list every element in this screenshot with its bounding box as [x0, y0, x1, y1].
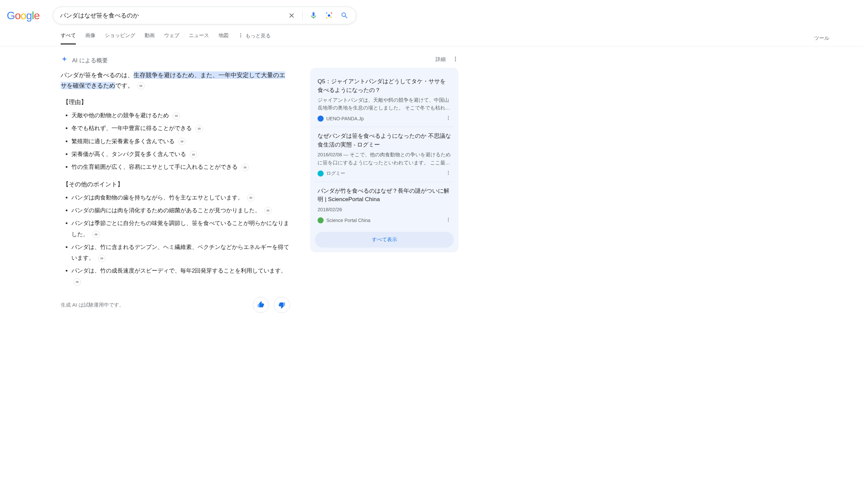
svg-point-3 [240, 35, 241, 36]
svg-point-1 [330, 16, 332, 18]
reference-source: Science Portal China [326, 218, 371, 223]
list-item: 繁殖期に適した栄養素を多く含んでいる [72, 136, 290, 147]
clear-icon[interactable] [287, 11, 296, 20]
search-icon[interactable] [340, 11, 349, 20]
svg-point-7 [455, 60, 456, 61]
svg-point-6 [455, 59, 456, 60]
reference-more-icon[interactable] [446, 115, 451, 122]
more-options-icon[interactable] [452, 56, 459, 63]
reference-more-icon[interactable] [446, 217, 451, 224]
list-item: パンダは肉食動物の歯を持ちながら、竹を主なエサとしています。 [72, 192, 290, 203]
tools-button[interactable]: ツール [814, 35, 829, 41]
more-dots-icon [238, 33, 243, 39]
list-item: パンダは季節ごとに自分たちの味覚を調節し、笹を食べていることが明らかになりました… [72, 218, 290, 240]
tab-web[interactable]: ウェブ [164, 33, 179, 44]
list-item: 天敵や他の動物との競争を避けるため [72, 110, 290, 121]
reference-title: なぜパンダは笹を食べるようになったのか 不思議な食生活の実態 - ログミー [317, 132, 451, 149]
section-reasons-title: 【理由】 [63, 98, 290, 106]
favicon-icon [317, 217, 324, 223]
citation-link-icon[interactable] [264, 207, 272, 214]
list-item: パンダは、竹の成長速度がスピーディで、毎年2回発芽することを利用しています。 [72, 266, 290, 287]
citation-link-icon[interactable] [98, 255, 105, 262]
svg-point-11 [448, 171, 449, 171]
details-link[interactable]: 詳細 [436, 56, 446, 63]
other-points-list: パンダは肉食動物の歯を持ちながら、竹を主なエサとしています。 パンダの腸内には肉… [61, 192, 290, 287]
google-logo[interactable]: Google [7, 10, 39, 22]
svg-point-13 [448, 174, 449, 175]
svg-point-0 [328, 14, 330, 17]
reference-source: ログミー [326, 170, 345, 177]
svg-point-4 [240, 36, 241, 37]
tab-all[interactable]: すべて [61, 33, 76, 44]
mic-icon[interactable] [309, 11, 318, 20]
ai-disclaimer: 生成 AI は試験運用中です。 [61, 302, 124, 308]
citation-link-icon[interactable] [196, 125, 203, 132]
citation-link-icon[interactable] [190, 151, 197, 158]
ai-overview-title: AI による概要 [72, 56, 108, 64]
reasons-list: 天敵や他の動物との競争を避けるため 冬でも枯れず、一年中豊富に得ることができる … [61, 110, 290, 172]
svg-point-8 [448, 116, 449, 117]
divider [302, 11, 303, 20]
svg-point-12 [448, 172, 449, 173]
citation-link-icon[interactable] [74, 278, 81, 286]
tab-more[interactable]: もっと見る [238, 33, 271, 44]
summary-suffix: です。 [115, 82, 134, 89]
list-item: パンダは、竹に含まれるデンプン、ヘミ繊維素、ペクチンなどからエネルギーを得ていま… [72, 242, 290, 264]
tab-news[interactable]: ニュース [189, 33, 209, 44]
search-input[interactable] [60, 12, 287, 19]
tabs-row: すべて 画像 ショッピング 動画 ウェブ ニュース 地図 もっと見る ツール [0, 30, 863, 47]
svg-point-10 [448, 119, 449, 120]
list-item: パンダの腸内には肉を消化するための細菌があることが見つかりました。 [72, 205, 290, 216]
references-panel: Q5：ジャイアントパンダはどうしてタケ・ササを食べるようになったの？ ジャイアン… [310, 68, 459, 252]
reference-card[interactable]: なぜパンダは笹を食べるようになったのか 不思議な食生活の実態 - ログミー 20… [315, 127, 454, 181]
reference-source: UENO-PANDA.Jp [326, 116, 364, 121]
favicon-icon [317, 116, 324, 121]
reference-snippet: 2018/02/26 [317, 206, 451, 214]
citation-link-icon[interactable] [241, 164, 249, 171]
svg-point-16 [448, 221, 449, 221]
search-bar [53, 7, 356, 24]
ai-summary: パンダが笹を食べるのは、生存競争を避けるため、また、一年中安定して大量のエサを確… [61, 70, 290, 91]
summary-prefix: パンダが笹を食べるのは、 [61, 72, 134, 78]
section-other-title: 【その他のポイント】 [63, 180, 290, 188]
citation-link-icon[interactable] [92, 231, 100, 238]
favicon-icon [317, 170, 324, 177]
sparkle-icon [61, 56, 68, 65]
thumbs-down-button[interactable] [274, 297, 290, 313]
lens-icon[interactable] [324, 11, 334, 20]
reference-card[interactable]: パンダが竹を食べるのはなぜ？長年の謎がついに解明 | SciencePortal… [315, 182, 454, 229]
thumbs-up-button[interactable] [253, 297, 269, 313]
reference-snippet: 2016/02/08 — そこで、他の肉食動物との争いを避けるために笹を口にする… [317, 151, 451, 166]
list-item: 竹の生育範囲が広く、容易にエサとして手に入れることができる [72, 162, 290, 172]
tab-shopping[interactable]: ショッピング [105, 33, 135, 44]
tab-images[interactable]: 画像 [85, 33, 96, 44]
reference-card[interactable]: Q5：ジャイアントパンダはどうしてタケ・ササを食べるようになったの？ ジャイアン… [315, 73, 454, 127]
svg-point-9 [448, 118, 449, 118]
list-item: 冬でも枯れず、一年中豊富に得ることができる [72, 123, 290, 134]
svg-point-14 [448, 218, 449, 218]
svg-point-5 [455, 56, 456, 57]
reference-title: Q5：ジャイアントパンダはどうしてタケ・ササを食べるようになったの？ [317, 77, 451, 94]
reference-more-icon[interactable] [446, 170, 451, 177]
citation-link-icon[interactable] [178, 138, 186, 145]
reference-snippet: ジャイアントパンダは、天敵や餌の競争を避けて、中国山岳地帯の奥地を生息の場としま… [317, 96, 451, 112]
list-item: 栄養価が高く、タンパク質を多く含んでいる [72, 149, 290, 160]
show-all-button[interactable]: すべて表示 [315, 232, 454, 248]
svg-point-2 [240, 33, 241, 34]
tab-videos[interactable]: 動画 [145, 33, 155, 44]
tab-maps[interactable]: 地図 [218, 33, 228, 44]
citation-link-icon[interactable] [247, 194, 254, 202]
reference-title: パンダが竹を食べるのはなぜ？長年の謎がついに解明 | SciencePortal… [317, 186, 451, 204]
tab-more-label: もっと見る [246, 33, 271, 39]
citation-link-icon[interactable] [173, 112, 180, 120]
citation-link-icon[interactable] [137, 82, 145, 90]
svg-point-15 [448, 219, 449, 220]
